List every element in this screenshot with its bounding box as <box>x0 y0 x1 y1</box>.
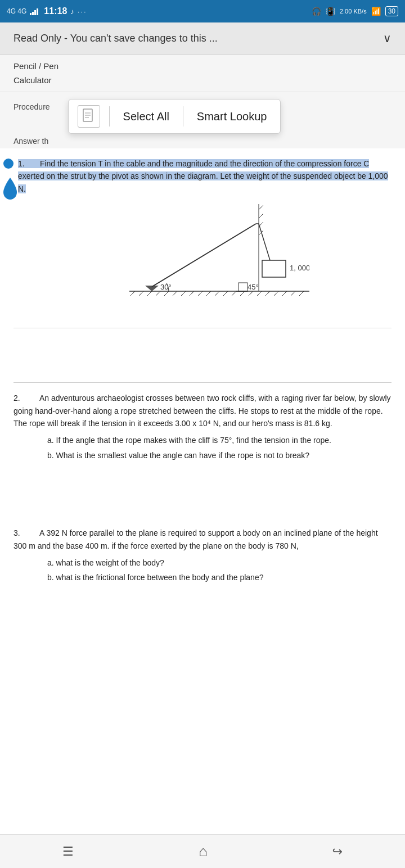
vibrate-icon: 📳 <box>326 7 335 16</box>
music-icon: ♪ <box>70 7 74 16</box>
menu-section: Pencil / Pen Calculator <box>0 55 405 92</box>
headphone-icon: 🎧 <box>312 7 321 16</box>
spacer-2 <box>14 473 392 518</box>
svg-line-16 <box>223 291 228 296</box>
question-2-text: 2. An adventurous archaeologist crosses … <box>14 392 392 430</box>
answer-label: Answer th <box>14 137 48 146</box>
angle2-box <box>238 283 248 291</box>
svg-line-5 <box>130 291 135 296</box>
chevron-down-icon[interactable]: ∨ <box>383 31 392 45</box>
q1-body: Find the tension T in the cable and the … <box>18 159 388 193</box>
battery-indicator: 30 <box>385 6 398 16</box>
svg-line-23 <box>282 291 287 296</box>
menu-nav-icon[interactable]: ☰ <box>62 844 74 859</box>
smart-lookup-button[interactable]: Smart Lookup <box>192 108 272 125</box>
signal-bars <box>30 7 38 15</box>
question-1-block: 1. Find the tension T in the cable and t… <box>14 157 392 317</box>
spacer-bottom <box>14 595 392 820</box>
read-only-bar: Read Only - You can't save changes to th… <box>0 22 405 55</box>
q2-part-b: b. What is the smallest value the angle … <box>47 449 392 462</box>
svg-line-9 <box>164 291 169 296</box>
svg-line-12 <box>190 291 194 296</box>
svg-line-7 <box>147 291 152 296</box>
context-divider <box>109 106 110 126</box>
svg-line-13 <box>198 291 202 296</box>
context-divider-2 <box>183 106 183 126</box>
svg-line-17 <box>232 291 236 296</box>
q3-parts: a. what is the weight of the body? b. wh… <box>47 557 392 584</box>
q2-parts: a. If the angle that the rope makes with… <box>47 434 392 462</box>
procedure-label: Procedure <box>14 102 50 111</box>
blue-circle-indicator <box>3 159 14 169</box>
battery-level: 30 <box>388 7 395 15</box>
status-left: 4G 4G 11:18 ♪ ··· <box>7 6 87 16</box>
q1-number: 1. <box>18 159 25 168</box>
svg-line-8 <box>156 291 160 296</box>
svg-line-14 <box>206 291 211 296</box>
home-nav-icon[interactable]: ⌂ <box>199 843 208 860</box>
angle1-label: 30° <box>160 283 172 291</box>
svg-line-10 <box>173 291 177 296</box>
svg-line-6 <box>139 291 143 296</box>
weight-label: 1, 000 N <box>290 264 309 272</box>
select-all-button[interactable]: Select All <box>119 108 174 125</box>
status-right: 🎧 📳 2.00 KB/s 📶 30 <box>312 6 398 16</box>
physics-diagram: 1, 000 N 30° 45° <box>96 204 309 317</box>
doc-content: 1. Find the tension T in the cable and t… <box>0 148 405 829</box>
svg-line-25 <box>299 291 304 296</box>
time-display: 11:18 <box>44 6 67 16</box>
menu-item-pencil-pen[interactable]: Pencil / Pen <box>14 59 392 73</box>
separator-1 <box>14 328 392 328</box>
svg-line-15 <box>215 291 219 296</box>
svg-line-19 <box>249 291 253 296</box>
menu-item-calculator[interactable]: Calculator <box>14 73 392 87</box>
svg-line-27 <box>259 205 263 210</box>
status-bar: 4G 4G 11:18 ♪ ··· 🎧 📳 2.00 KB/s 📶 30 <box>0 0 405 22</box>
cable-to-weight <box>259 224 270 260</box>
angle2-label: 45° <box>248 283 259 291</box>
strut-line <box>152 224 256 287</box>
bottom-nav: ☰ ⌂ ↩ <box>0 834 405 868</box>
read-only-text: Read Only - You can't save changes to th… <box>14 33 218 44</box>
q3-number: 3. <box>14 528 20 537</box>
question-3-block: 3. A 392 N force parallel to the plane i… <box>14 527 392 584</box>
spacer-1 <box>14 333 392 378</box>
context-menu-popup: Select All Smart Lookup <box>68 99 281 134</box>
question-3-text: 3. A 392 N force parallel to the plane i… <box>14 527 392 552</box>
separator-2 <box>14 382 392 383</box>
svg-line-18 <box>240 291 245 296</box>
q3-part-b: b. what is the frictional force between … <box>47 571 392 584</box>
network-label: 4G 4G <box>7 7 26 15</box>
q3-body: A 392 N force parallel to the plane is r… <box>14 528 378 550</box>
q1-highlighted-text: 1. Find the tension T in the cable and t… <box>18 159 388 193</box>
q3-part-a: a. what is the weight of the body? <box>47 557 392 569</box>
labels-area: Procedure Select All Smart Lookup Answer… <box>0 92 405 148</box>
svg-line-22 <box>274 291 278 296</box>
diagram-container: 1, 000 N 30° 45° <box>14 204 392 317</box>
wifi-icon: 📶 <box>371 7 381 16</box>
blue-drop-indicator <box>1 175 19 198</box>
dots-label: ··· <box>78 7 87 16</box>
doc-svg-icon <box>82 108 96 124</box>
document-wrapper: 1. Find the tension T in the cable and t… <box>0 148 405 868</box>
svg-line-11 <box>181 291 186 296</box>
q2-body: An adventurous archaeologist crosses bet… <box>14 394 391 428</box>
svg-line-28 <box>259 214 263 218</box>
q2-part-a: a. If the angle that the rope makes with… <box>47 434 392 446</box>
question-1-text: 1. Find the tension T in the cable and t… <box>18 157 392 195</box>
q2-number: 2. <box>14 394 20 403</box>
back-nav-icon[interactable]: ↩ <box>332 844 343 859</box>
document-icon <box>78 105 100 128</box>
svg-line-21 <box>266 291 270 296</box>
svg-line-24 <box>291 291 295 296</box>
data-speed: 2.00 KB/s <box>340 8 367 15</box>
question-2-block: 2. An adventurous archaeologist crosses … <box>14 392 392 462</box>
weight-box <box>262 260 286 277</box>
svg-line-20 <box>257 291 262 296</box>
